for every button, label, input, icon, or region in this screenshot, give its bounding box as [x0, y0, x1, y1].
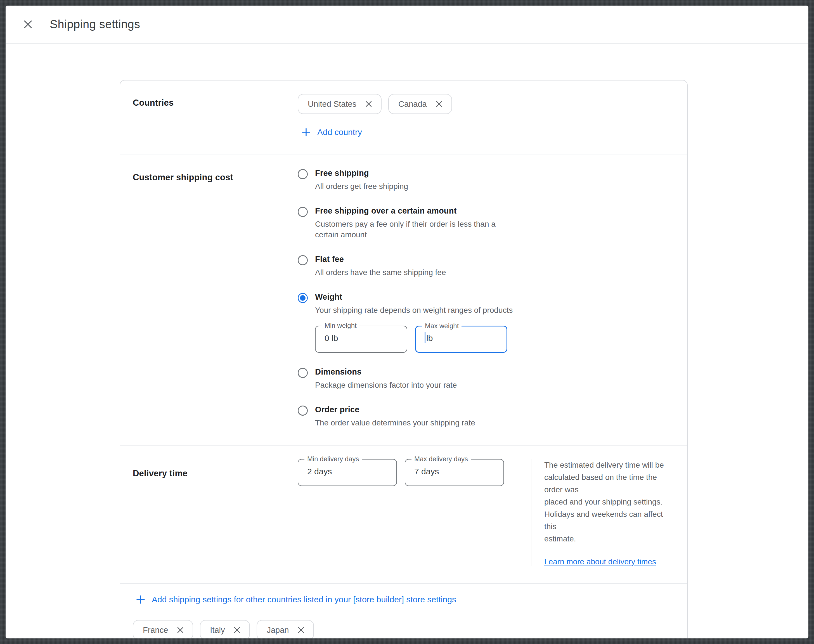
countries-section: Countries United States Canada	[120, 81, 687, 155]
delivery-help-link[interactable]: Learn more about delivery times	[544, 557, 656, 566]
max-delivery-days-label: Max delivery days	[411, 455, 471, 463]
option-dimensions: Dimensions Package dimensions factor int…	[298, 367, 513, 391]
close-icon	[23, 19, 33, 30]
option-title: Dimensions	[315, 367, 457, 377]
radio-dimensions[interactable]	[298, 368, 308, 378]
option-text: Weight Your shipping rate depends on wei…	[315, 292, 513, 353]
settings-card: Countries United States Canada	[120, 80, 688, 638]
countries-chip-row: United States Canada	[298, 94, 452, 114]
option-free-shipping-over-amount: Free shipping over a certain amount Cust…	[298, 206, 513, 240]
option-flat-fee: Flat fee All orders have the same shippi…	[298, 255, 513, 278]
option-text: Dimensions Package dimensions factor int…	[315, 367, 457, 391]
radio-free-shipping-over-amount[interactable]	[298, 207, 308, 217]
option-description: Your shipping rate depends on weight ran…	[315, 305, 513, 316]
other-countries-section: Add shipping settings for other countrie…	[120, 584, 687, 638]
option-description: All orders have the same shipping fee	[315, 267, 446, 278]
chip-label: Canada	[399, 100, 427, 109]
max-delivery-days-field[interactable]: Max delivery days 7 days	[405, 459, 504, 486]
shipping-cost-options: Free shipping All orders get free shippi…	[298, 169, 513, 428]
countries-content: United States Canada	[298, 94, 452, 138]
close-button[interactable]	[22, 18, 34, 31]
radio-order-price[interactable]	[298, 406, 308, 416]
option-weight: Weight Your shipping rate depends on wei…	[298, 292, 513, 353]
page-title: Shipping settings	[50, 18, 140, 31]
min-delivery-days-label: Min delivery days	[304, 455, 362, 463]
chip-remove-icon[interactable]	[297, 626, 305, 634]
chip-label: United States	[308, 100, 356, 109]
chip-label: France	[143, 626, 168, 635]
shipping-cost-section: Customer shipping cost Free shipping All…	[120, 155, 687, 446]
option-order-price: Order price The order value determines y…	[298, 405, 513, 428]
add-other-countries-link[interactable]: Add shipping settings for other countrie…	[136, 595, 673, 604]
country-chip-france: France	[133, 620, 193, 638]
weight-fields-row: Min weight 0 lb Max weight lb	[315, 326, 513, 353]
plus-icon	[302, 128, 311, 137]
min-weight-field[interactable]: Min weight 0 lb	[315, 326, 407, 353]
option-title: Free shipping	[315, 169, 408, 178]
min-delivery-days-field[interactable]: Min delivery days 2 days	[298, 459, 397, 486]
option-free-shipping: Free shipping All orders get free shippi…	[298, 169, 513, 192]
max-weight-field[interactable]: Max weight lb	[415, 326, 507, 353]
chip-remove-icon[interactable]	[176, 626, 184, 634]
delivery-help-panel: The estimated delivery time will be calc…	[531, 459, 673, 566]
max-delivery-days-value: 7 days	[414, 467, 439, 476]
chip-label: Italy	[210, 626, 225, 635]
countries-label: Countries	[133, 94, 298, 138]
max-weight-field-label: Max weight	[422, 322, 461, 330]
min-weight-field-label: Min weight	[322, 322, 359, 330]
option-title: Flat fee	[315, 255, 446, 264]
min-weight-field-value: 0 lb	[325, 333, 338, 343]
radio-dot	[300, 295, 305, 301]
option-description: All orders get free shipping	[315, 181, 408, 192]
country-chip-united-states: United States	[298, 94, 382, 114]
delivery-fields-row: Min delivery days 2 days Max delivery da…	[298, 459, 504, 566]
other-countries-chip-row: France Italy Japan	[133, 620, 673, 638]
option-text: Flat fee All orders have the same shippi…	[315, 255, 446, 278]
dialog-body: Countries United States Canada	[6, 44, 808, 638]
shipping-cost-label: Customer shipping cost	[133, 169, 298, 428]
plus-icon	[136, 595, 145, 604]
chip-remove-icon[interactable]	[435, 100, 443, 108]
option-description: Package dimensions factor into your rate	[315, 380, 457, 391]
option-description: Customers pay a fee only if their order …	[315, 219, 496, 240]
country-chip-italy: Italy	[200, 620, 250, 638]
chip-label: Japan	[267, 626, 289, 635]
text-cursor	[425, 332, 425, 343]
shipping-settings-dialog: Shipping settings Countries United State…	[6, 6, 808, 638]
option-title: Weight	[315, 292, 513, 302]
max-weight-field-value: lb	[426, 333, 433, 343]
country-chip-canada: Canada	[388, 94, 452, 114]
add-country-label: Add country	[317, 127, 362, 137]
country-chip-japan: Japan	[257, 620, 314, 638]
option-text: Free shipping over a certain amount Cust…	[315, 206, 496, 240]
option-title: Order price	[315, 405, 475, 414]
delivery-time-label: Delivery time	[133, 459, 298, 566]
radio-weight[interactable]	[298, 293, 308, 303]
option-description: The order value determines your shipping…	[315, 418, 475, 428]
radio-free-shipping[interactable]	[298, 169, 308, 179]
delivery-time-section: Delivery time Min delivery days 2 days M…	[120, 446, 687, 584]
add-other-countries-label: Add shipping settings for other countrie…	[152, 595, 456, 604]
option-title: Free shipping over a certain amount	[315, 206, 496, 216]
delivery-help-text: The estimated delivery time will be calc…	[544, 459, 673, 545]
option-text: Free shipping All orders get free shippi…	[315, 169, 408, 192]
chip-remove-icon[interactable]	[233, 626, 241, 634]
chip-remove-icon[interactable]	[365, 100, 373, 108]
radio-flat-fee[interactable]	[298, 255, 308, 265]
add-country-link[interactable]: Add country	[302, 127, 362, 137]
dialog-header: Shipping settings	[6, 6, 808, 44]
screenshot-frame: Shipping settings Countries United State…	[0, 0, 814, 644]
option-text: Order price The order value determines y…	[315, 405, 475, 428]
min-delivery-days-value: 2 days	[307, 467, 332, 476]
